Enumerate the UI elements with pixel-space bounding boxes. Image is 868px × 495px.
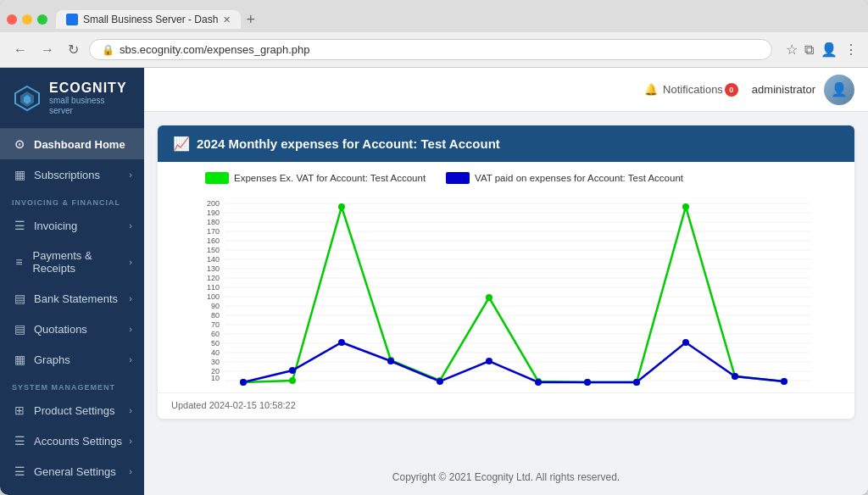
close-window-btn[interactable] bbox=[7, 14, 17, 25]
blue-dot-oct bbox=[682, 339, 689, 346]
bookmark-icon[interactable]: ☆ bbox=[786, 42, 798, 58]
green-dot-jun bbox=[486, 294, 492, 301]
svg-text:40: 40 bbox=[211, 348, 220, 357]
svg-text:180: 180 bbox=[207, 218, 220, 226]
updated-text: Updated 2024-02-15 10:58:22 bbox=[171, 400, 296, 410]
minimize-window-btn[interactable] bbox=[22, 14, 32, 25]
chevron-right-icon-3: › bbox=[129, 257, 132, 267]
blue-dot-nov bbox=[732, 373, 738, 380]
lock-icon: 🔒 bbox=[102, 44, 114, 56]
new-tab-button[interactable]: + bbox=[246, 11, 255, 29]
tab-title: Small Business Server - Dash bbox=[83, 14, 218, 25]
chart-footer: Updated 2024-02-15 10:58:22 bbox=[158, 392, 854, 419]
legend-item-green: Expenses Ex. VAT for Account: Test Accou… bbox=[205, 172, 426, 184]
payments-icon: ≡ bbox=[12, 255, 25, 269]
page-footer: Copyright © 2021 Ecognity Ltd. All right… bbox=[144, 459, 868, 495]
sidebar-item-accounts-settings[interactable]: ☰ Accounts Settings › bbox=[0, 425, 144, 456]
url-text: sbs.ecognity.com/expenses_graph.php bbox=[120, 43, 310, 56]
section-label-system: SYSTEM MANAGEMENT bbox=[0, 375, 144, 395]
svg-text:60: 60 bbox=[211, 330, 220, 338]
reload-button[interactable]: ↻ bbox=[64, 40, 82, 59]
back-button[interactable]: ← bbox=[10, 41, 31, 59]
chevron-right-icon-6: › bbox=[129, 354, 132, 364]
chevron-right-icon-2: › bbox=[129, 220, 132, 231]
sidebar-item-dashboard-label: Dashboard Home bbox=[34, 138, 125, 151]
avatar-image: 👤 bbox=[824, 75, 854, 105]
browser-actions: ☆ ⧉ 👤 ⋮ bbox=[786, 42, 858, 58]
url-bar[interactable]: 🔒 sbs.ecognity.com/expenses_graph.php bbox=[89, 39, 772, 60]
sidebar-item-bank[interactable]: ▤ Bank Statements › bbox=[0, 283, 144, 314]
sidebar-item-general-settings-label: General Settings bbox=[34, 465, 116, 478]
svg-text:100: 100 bbox=[207, 292, 220, 301]
legend-green-label: Expenses Ex. VAT for Account: Test Accou… bbox=[234, 173, 426, 183]
notifications-label: Notifications bbox=[663, 83, 723, 96]
chart-svg-container: 200 190 180 170 160 150 140 130 120 11 bbox=[171, 191, 841, 386]
sidebar-item-subscriptions[interactable]: ▦ Subscriptions › bbox=[0, 159, 144, 190]
svg-text:90: 90 bbox=[211, 302, 220, 310]
sidebar-item-invoicing-label: Invoicing bbox=[34, 220, 77, 232]
svg-text:130: 130 bbox=[207, 264, 220, 273]
active-tab[interactable]: Small Business Server - Dash ✕ bbox=[56, 10, 241, 29]
svg-text:80: 80 bbox=[211, 311, 220, 320]
green-dot-oct bbox=[682, 203, 689, 210]
chart-svg: 200 190 180 170 160 150 140 130 120 11 bbox=[171, 191, 841, 386]
copyright-text: Copyright © 2021 Ecognity Ltd. All right… bbox=[392, 471, 620, 483]
forward-button[interactable]: → bbox=[37, 41, 58, 59]
sidebar-item-subscriptions-label: Subscriptions bbox=[34, 169, 100, 181]
svg-text:120: 120 bbox=[207, 274, 220, 282]
sidebar-item-quotations[interactable]: ▤ Quotations › bbox=[0, 314, 144, 344]
legend-blue-label: VAT paid on expenses for Account: Test A… bbox=[475, 173, 683, 183]
header: 🔔 Notifications 0 administrator 👤 bbox=[144, 68, 868, 112]
notifications-badge: 0 bbox=[725, 83, 738, 97]
chevron-right-icon: › bbox=[129, 170, 132, 180]
logo-subtitle: small business server bbox=[49, 96, 131, 116]
svg-text:30: 30 bbox=[211, 358, 220, 366]
green-line bbox=[243, 207, 784, 382]
general-settings-icon: ☰ bbox=[12, 464, 27, 478]
legend-blue-color bbox=[446, 172, 470, 184]
dashboard-icon: ⊙ bbox=[12, 137, 27, 151]
blue-dot-mar bbox=[338, 339, 345, 346]
subscriptions-icon: ▦ bbox=[12, 168, 27, 181]
tab-close-btn[interactable]: ✕ bbox=[223, 14, 231, 25]
blue-dot-feb bbox=[289, 367, 296, 374]
maximize-window-btn[interactable] bbox=[37, 14, 47, 25]
tab-favicon bbox=[66, 14, 78, 25]
blue-dot-apr bbox=[387, 358, 394, 364]
chart-icon: 📈 bbox=[173, 136, 190, 152]
accounts-settings-icon: ☰ bbox=[12, 434, 27, 448]
chevron-right-icon-9: › bbox=[129, 466, 132, 476]
content-area: 📈 2024 Monthly expenses for Account: Tes… bbox=[144, 112, 868, 459]
sidebar-item-general-settings[interactable]: ☰ General Settings › bbox=[0, 456, 144, 487]
notifications-button[interactable]: 🔔 Notifications 0 bbox=[644, 83, 738, 97]
invoicing-icon: ☰ bbox=[12, 219, 27, 232]
sidebar-item-payments[interactable]: ≡ Payments & Receipts › bbox=[0, 241, 144, 283]
tab-search-icon[interactable]: ⧉ bbox=[804, 42, 814, 58]
sidebar-item-graphs[interactable]: ▦ Graphs › bbox=[0, 344, 144, 375]
blue-dot-jan bbox=[240, 379, 247, 386]
product-settings-icon: ⊞ bbox=[12, 403, 27, 417]
chart-header: 📈 2024 Monthly expenses for Account: Tes… bbox=[158, 125, 854, 162]
sidebar-item-bank-label: Bank Statements bbox=[34, 292, 118, 305]
sidebar-item-graphs-label: Graphs bbox=[34, 353, 70, 366]
section-label-invoicing: INVOICING & FINANCIAL bbox=[0, 190, 144, 210]
menu-icon[interactable]: ⋮ bbox=[844, 42, 858, 58]
green-dot-feb bbox=[289, 377, 296, 384]
main-content: 📈 2024 Monthly expenses for Account: Tes… bbox=[144, 112, 868, 495]
chart-body: Expenses Ex. VAT for Account: Test Accou… bbox=[158, 162, 854, 392]
sidebar-item-dashboard[interactable]: ⊙ Dashboard Home bbox=[0, 129, 144, 159]
sidebar-item-quotations-label: Quotations bbox=[34, 323, 87, 336]
sidebar-nav: ⊙ Dashboard Home ▦ Subscriptions › INVOI… bbox=[0, 129, 144, 495]
sidebar-item-payments-label: Payments & Receipts bbox=[32, 249, 129, 275]
svg-text:170: 170 bbox=[207, 227, 220, 236]
svg-text:160: 160 bbox=[207, 236, 220, 245]
blue-dot-may bbox=[437, 378, 443, 385]
blue-dot-aug bbox=[584, 379, 591, 386]
logo-text: ECOGNITY small business server bbox=[49, 80, 131, 116]
blue-dot-dec bbox=[781, 378, 787, 385]
profile-icon[interactable]: 👤 bbox=[821, 42, 837, 58]
user-avatar[interactable]: 👤 bbox=[824, 75, 854, 105]
sidebar-item-product-settings[interactable]: ⊞ Product Settings › bbox=[0, 395, 144, 425]
chevron-right-icon-7: › bbox=[129, 405, 132, 415]
sidebar-item-invoicing[interactable]: ☰ Invoicing › bbox=[0, 210, 144, 241]
